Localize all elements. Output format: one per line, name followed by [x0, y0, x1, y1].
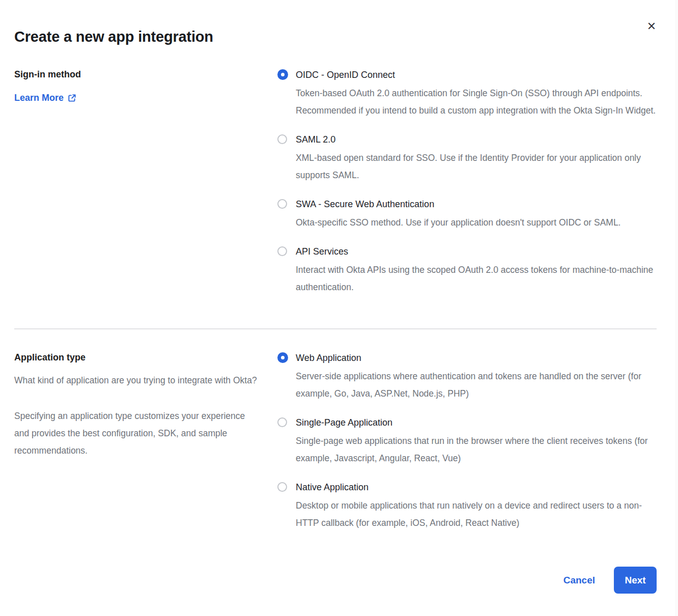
application-type-options: Web Application Server-side applications… — [277, 351, 657, 531]
option-oidc: OIDC - OpenID Connect Token-based OAuth … — [277, 68, 657, 119]
signin-method-left-col: Sign-in method Learn More — [14, 68, 277, 296]
cancel-button[interactable]: Cancel — [563, 575, 595, 586]
application-type-description-2: Specifying an application type customize… — [14, 407, 257, 459]
option-api-services-description: Interact with Okta APIs using the scoped… — [296, 261, 657, 296]
option-spa-label[interactable]: Single-Page Application — [296, 416, 657, 429]
signin-method-section: Sign-in method Learn More OIDC - OpenID … — [14, 68, 657, 296]
application-type-left-col: Application type What kind of applicatio… — [14, 351, 277, 531]
option-api-services: API Services Interact with Okta APIs usi… — [277, 245, 657, 296]
option-web-application-label[interactable]: Web Application — [296, 351, 657, 365]
application-type-section: Application type What kind of applicatio… — [14, 329, 657, 531]
option-swa-label[interactable]: SWA - Secure Web Authentication — [296, 198, 620, 211]
application-type-label: Application type — [14, 351, 257, 363]
next-button[interactable]: Next — [614, 567, 657, 594]
learn-more-label: Learn More — [14, 93, 64, 103]
option-oidc-description: Token-based OAuth 2.0 authentication for… — [296, 85, 657, 119]
learn-more-link[interactable]: Learn More — [14, 93, 76, 103]
option-swa: SWA - Secure Web Authentication Okta-spe… — [277, 198, 657, 231]
option-oidc-label[interactable]: OIDC - OpenID Connect — [296, 68, 657, 81]
option-swa-description: Okta-specific SSO method. Use if your ap… — [296, 214, 620, 231]
option-spa: Single-Page Application Single-page web … — [277, 416, 657, 467]
signin-method-options: OIDC - OpenID Connect Token-based OAuth … — [277, 68, 657, 296]
close-icon[interactable]: ✕ — [644, 19, 659, 34]
radio-spa[interactable] — [277, 417, 287, 427]
option-web-application-description: Server-side applications where authentic… — [296, 368, 657, 402]
external-link-icon — [68, 94, 76, 102]
radio-oidc[interactable] — [277, 69, 288, 80]
radio-saml[interactable] — [277, 134, 287, 144]
dialog-footer: Cancel Next — [563, 567, 657, 594]
radio-native-application[interactable] — [277, 482, 287, 492]
option-saml: SAML 2.0 XML-based open standard for SSO… — [277, 133, 657, 184]
application-type-description-1: What kind of application are you trying … — [14, 372, 257, 389]
dialog-title: Create a new app integration — [14, 29, 657, 45]
option-spa-description: Single-page web applications that run in… — [296, 432, 657, 467]
radio-swa[interactable] — [277, 199, 287, 209]
option-api-services-label[interactable]: API Services — [296, 245, 657, 258]
option-saml-description: XML-based open standard for SSO. Use if … — [296, 149, 657, 184]
radio-api-services[interactable] — [277, 246, 287, 256]
radio-web-application[interactable] — [277, 352, 288, 363]
create-app-integration-dialog: ✕ Create a new app integration Sign-in m… — [0, 0, 675, 616]
option-native-application-description: Desktop or mobile applications that run … — [296, 497, 657, 531]
option-web-application: Web Application Server-side applications… — [277, 351, 657, 402]
option-saml-label[interactable]: SAML 2.0 — [296, 133, 657, 146]
option-native-application: Native Application Desktop or mobile app… — [277, 481, 657, 531]
option-native-application-label[interactable]: Native Application — [296, 481, 657, 494]
signin-method-label: Sign-in method — [14, 68, 257, 80]
